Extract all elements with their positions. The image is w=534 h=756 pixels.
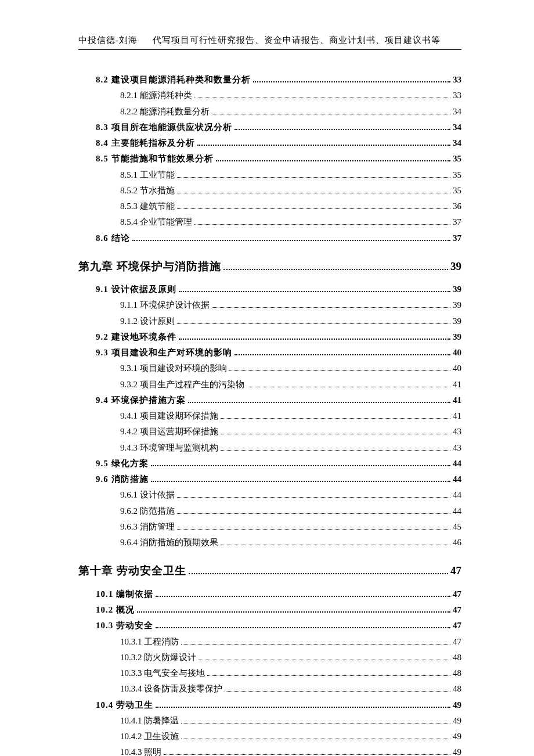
toc-entry: 10.4.3 照明49	[120, 746, 461, 756]
toc-label: 10.4.2 卫生设施	[120, 730, 179, 743]
toc-entry: 8.5.1 工业节能35	[120, 168, 461, 182]
toc-page: 41	[453, 378, 461, 391]
toc-page: 49	[453, 699, 461, 712]
toc-page: 35	[453, 184, 461, 197]
toc-leader	[216, 156, 451, 162]
toc-entry: 9.4.3 环境管理与监测机构43	[120, 441, 461, 455]
toc-leader	[225, 687, 450, 692]
toc-page: 37	[453, 215, 461, 229]
toc-label: 9.6.4 消防措施的预期效果	[120, 536, 218, 549]
toc-entry: 9.6.3 消防管理45	[120, 520, 461, 534]
toc-leader	[177, 493, 450, 498]
toc-page: 44	[453, 457, 461, 470]
toc-page: 34	[453, 121, 461, 134]
toc-leader	[151, 460, 451, 466]
toc-entry: 9.4 环境保护措施方案41	[96, 394, 461, 407]
toc-label: 10.4 劳动卫生	[96, 699, 153, 712]
toc-page: 34	[453, 136, 461, 150]
toc-label: 8.5.4 企业节能管理	[120, 215, 192, 229]
toc-label: 9.5 绿化方案	[96, 457, 149, 470]
toc-label: 9.4.1 项目建设期环保措施	[120, 409, 218, 423]
header-left: 中投信德-刘海	[78, 35, 138, 45]
toc-entry: 9.3 项目建设和生产对环境的影响40	[96, 346, 461, 359]
toc-label: 10.3.4 设备防雷及接零保护	[120, 682, 222, 696]
toc-page: 49	[453, 746, 461, 756]
toc-leader	[253, 77, 451, 83]
toc-leader	[156, 623, 450, 629]
toc-entry: 10.2 概况47	[96, 603, 461, 617]
toc-entry: 10.3.3 电气安全与接地48	[120, 667, 461, 680]
toc-label: 9.3.2 项目生产过程产生的污染物	[120, 378, 244, 391]
toc-label: 9.6.3 消防管理	[120, 520, 175, 534]
toc-entry: 10.3.2 防火防爆设计48	[120, 651, 461, 664]
toc-page: 39	[450, 258, 461, 275]
toc-label: 9.6.2 防范措施	[120, 505, 175, 518]
toc-leader	[179, 287, 451, 293]
toc-leader	[223, 263, 448, 270]
toc-label: 10.3.3 电气安全与接地	[120, 667, 205, 680]
toc-leader	[156, 591, 450, 597]
toc-label: 8.2.2 能源消耗数量分析	[120, 105, 210, 118]
toc-page: 41	[453, 409, 461, 423]
toc-leader	[234, 124, 451, 130]
toc-leader	[221, 541, 450, 546]
toc-entry: 10.4.2 卫生设施49	[120, 730, 461, 743]
toc-label: 9.4.3 环境管理与监测机构	[120, 441, 218, 455]
toc-page: 48	[453, 667, 461, 680]
toc-page: 39	[453, 283, 461, 296]
toc-leader	[194, 93, 450, 99]
toc-page: 47	[453, 588, 461, 601]
document-page: { "header": { "left": "中投信德-刘海", "right"…	[0, 0, 534, 756]
toc-entry: 9.3.1 项目建设对环境的影响40	[120, 362, 461, 375]
toc-label: 9.2 建设地环境条件	[96, 330, 176, 344]
toc-label: 10.4.3 照明	[120, 746, 161, 756]
toc-entry: 9.6.4 消防措施的预期效果46	[120, 536, 461, 549]
toc-leader	[132, 235, 451, 241]
toc-leader	[137, 607, 450, 613]
toc-page: 39	[453, 298, 461, 312]
toc-entry: 10.1 编制依据47	[96, 588, 461, 601]
toc-leader	[229, 366, 450, 372]
toc-entry: 9.6.2 防范措施44	[120, 505, 461, 518]
toc-page: 47	[453, 603, 461, 617]
toc-label: 9.4 环境保护措施方案	[96, 394, 186, 407]
toc-leader	[181, 639, 450, 645]
toc-page: 33	[453, 89, 461, 102]
toc-leader	[207, 671, 450, 676]
toc-leader	[177, 509, 450, 514]
toc-label: 10.1 编制依据	[96, 588, 153, 601]
toc-label: 第十章 劳动安全卫生	[78, 562, 186, 579]
toc-leader	[151, 477, 451, 483]
toc-label: 第九章 环境保护与消防措施	[78, 258, 221, 275]
toc-entry: 9.1.1 环境保护设计依据39	[120, 298, 461, 312]
toc-label: 9.3.1 项目建设对环境的影响	[120, 362, 227, 375]
toc-leader	[164, 750, 450, 755]
toc-leader	[179, 334, 451, 340]
toc-leader	[221, 430, 450, 435]
toc-leader	[221, 414, 450, 419]
toc-leader	[188, 397, 451, 403]
toc-label: 9.6 消防措施	[96, 473, 149, 486]
toc-leader	[247, 382, 450, 387]
toc-entry: 9.4.2 项目运营期环保措施43	[120, 425, 461, 438]
toc-label: 10.2 概况	[96, 603, 135, 617]
toc-leader	[177, 319, 450, 324]
toc-label: 10.4.1 防暑降温	[120, 714, 179, 728]
toc-label: 9.1.1 环境保护设计依据	[120, 298, 210, 312]
toc-page: 44	[453, 473, 461, 486]
toc-entry: 第九章 环境保护与消防措施39	[78, 258, 461, 275]
toc-page: 48	[453, 682, 461, 696]
toc-label: 8.5.2 节水措施	[120, 184, 175, 197]
toc-page: 40	[453, 346, 461, 359]
toc-page: 47	[450, 562, 461, 579]
toc-page: 49	[453, 730, 461, 743]
toc-page: 36	[453, 200, 461, 213]
toc-label: 8.2 建设项目能源消耗种类和数量分析	[96, 73, 251, 87]
toc-label: 8.5 节能措施和节能效果分析	[96, 152, 214, 165]
toc-page: 44	[453, 505, 461, 518]
toc-page: 43	[453, 425, 461, 438]
toc-leader	[181, 718, 450, 723]
header-right: 代写项目可行性研究报告、资金申请报告、商业计划书、项目建议书等	[153, 35, 441, 45]
toc-label: 9.6.1 设计依据	[120, 488, 175, 502]
toc-entry: 第十章 劳动安全卫生47	[78, 562, 461, 579]
